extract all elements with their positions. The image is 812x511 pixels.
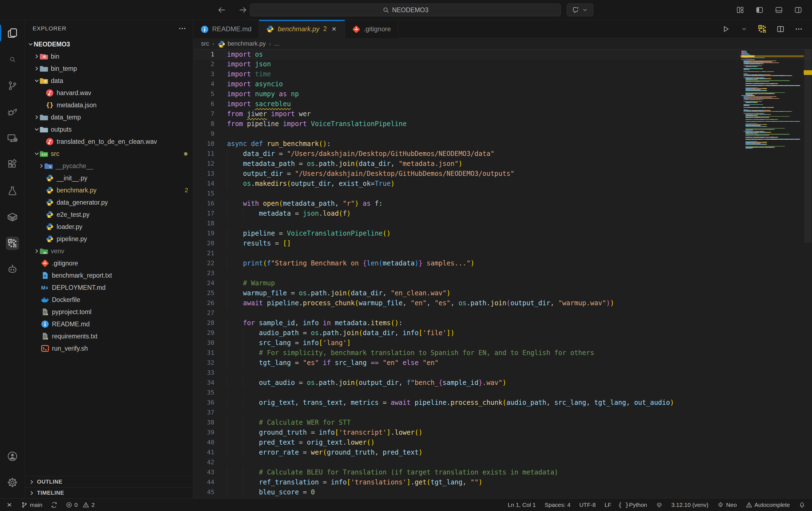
scrollbar[interactable] — [804, 49, 812, 498]
tree-item[interactable]: harvard.wav — [25, 87, 193, 99]
tree-item[interactable]: bin_temp — [25, 62, 193, 75]
run-dropdown-icon[interactable] — [739, 24, 749, 34]
tree-item[interactable]: pipeline.py — [25, 233, 193, 245]
activity-item-search[interactable] — [0, 46, 25, 73]
tree-item[interactable]: benchmark_report.txt — [25, 269, 193, 281]
tree-item[interactable]: outputs — [25, 123, 193, 135]
tree-item[interactable]: data_temp — [25, 111, 193, 123]
status-problems[interactable]: 02 — [66, 502, 95, 508]
activity-item-accounts[interactable] — [0, 443, 25, 469]
line-number: 30 — [193, 338, 214, 348]
explorer-sidebar: EXPLORER NEODEMO3binbin_tempdataharvard.… — [25, 20, 193, 498]
activity-item-containers[interactable] — [0, 204, 25, 230]
tree-item[interactable]: requirements.txt — [25, 330, 193, 342]
explorer-more-actions-icon[interactable] — [178, 24, 186, 33]
activity-item-settings[interactable] — [0, 469, 25, 495]
run-python-file-icon[interactable] — [721, 24, 731, 34]
status-eol[interactable]: LF — [605, 502, 611, 508]
activity-item-run-debug[interactable] — [0, 99, 25, 125]
status-cursor-position[interactable]: Ln 1, Col 1 — [508, 502, 536, 508]
activity-item-remote-explorer[interactable] — [0, 125, 25, 151]
copilot-button[interactable] — [567, 4, 593, 16]
status-autocomplete-status[interactable]: Autocomplete — [746, 502, 790, 508]
activity-item-custom-extension[interactable] — [0, 230, 25, 256]
status-language-mode[interactable]: { }Python — [620, 502, 647, 508]
tree-item[interactable]: __pycache__ — [25, 160, 193, 172]
activity-item-source-control[interactable] — [0, 73, 25, 99]
tree-item[interactable]: venv — [25, 245, 193, 257]
tab-benchmark.py[interactable]: benchmark.py2× — [259, 20, 345, 38]
chevron-right-icon — [29, 479, 35, 485]
code-line: 23 — [193, 268, 812, 278]
status-python-interpreter[interactable]: 3.12.10 (venv) — [671, 502, 708, 508]
code-line: 20results = [] — [193, 238, 812, 248]
tree-item-label: venv — [51, 247, 64, 255]
close-tab-icon[interactable]: × — [330, 25, 337, 33]
line-number: 28 — [193, 318, 214, 328]
more-actions-icon[interactable] — [794, 24, 804, 34]
status-text: 2 — [91, 502, 95, 508]
tree-item[interactable]: README.md — [25, 318, 193, 330]
breadcrumb-item[interactable]: benchmark.py — [228, 40, 266, 47]
activity-item-testing[interactable] — [0, 178, 25, 204]
line-number: 15 — [193, 189, 214, 198]
code-editor[interactable]: 1import os2import json3import time4impor… — [193, 49, 812, 498]
command-center-search[interactable]: NEODEMO3 — [250, 4, 561, 16]
tab-.gitignore[interactable]: .gitignore — [345, 20, 399, 38]
status-neo-extension[interactable]: Neo — [717, 502, 737, 508]
breadcrumb-item[interactable]: src — [201, 40, 209, 47]
activity-item-extensions[interactable] — [0, 151, 25, 178]
tree-root-folder[interactable]: NEODEMO3 — [25, 38, 193, 50]
status-indentation[interactable]: Spaces: 4 — [545, 502, 570, 508]
tree-item[interactable]: benchmark.py2 — [25, 184, 193, 196]
docker-icon — [41, 296, 49, 304]
status-sync-changes[interactable] — [51, 502, 57, 508]
tree-item[interactable]: pyproject.toml — [25, 306, 193, 318]
tab-README.md[interactable]: README.md — [193, 20, 259, 38]
code-line: 19pipeline = VoiceTranslationPipeline() — [193, 228, 812, 238]
sidebar-section-outline[interactable]: OUTLINE — [25, 476, 193, 487]
python-icon — [266, 25, 274, 33]
split-editor-icon[interactable] — [776, 24, 785, 34]
tree-item[interactable]: loader.py — [25, 221, 193, 233]
editor-group: README.mdbenchmark.py2×.gitignore src›be… — [193, 20, 812, 498]
line-number: 40 — [193, 437, 214, 448]
tree-item[interactable]: translated_en_to_de_en_clean.wav — [25, 135, 193, 147]
tree-item[interactable]: e2e_test.py — [25, 209, 193, 221]
activity-item-explorer[interactable] — [0, 20, 25, 46]
status-encoding[interactable]: UTF-8 — [579, 502, 596, 508]
breadcrumb-item[interactable]: ... — [274, 40, 279, 47]
status-copilot-status[interactable] — [656, 502, 663, 508]
tree-item[interactable]: run_verify.sh — [25, 342, 193, 354]
tree-item[interactable]: .gitignore — [25, 257, 193, 269]
robot-sm-icon — [717, 502, 724, 508]
customize-layout-icon[interactable] — [734, 4, 746, 16]
tree-item[interactable]: data_generator.py — [25, 196, 193, 209]
status-notifications[interactable] — [799, 502, 805, 508]
tree-item[interactable]: bin — [25, 50, 193, 62]
forward-arrow-icon[interactable] — [237, 4, 249, 16]
line-number: 1 — [193, 50, 214, 59]
tree-item[interactable]: MDEPLOYMENT.md — [25, 281, 193, 294]
tree-item-label: e2e_test.py — [57, 211, 89, 218]
tree-item[interactable]: </>src — [25, 147, 193, 160]
toggle-panel-icon[interactable] — [773, 4, 785, 16]
tree-item[interactable]: data — [25, 75, 193, 87]
breadcrumb-separator: › — [269, 41, 271, 47]
sidebar-section-timeline[interactable]: TIMELINE — [25, 487, 193, 498]
tree-item[interactable]: Dockerfile — [25, 294, 193, 306]
code-line: 10async def run_benchmark(): — [193, 139, 812, 149]
toggle-sidebar-left-icon[interactable] — [753, 4, 765, 16]
back-arrow-icon[interactable] — [215, 4, 228, 16]
code-line: 24# Warmup — [193, 278, 812, 288]
code-line: 32tgt_lang = "es" if src_lang == "en" el… — [193, 358, 812, 368]
status-remote-indicator[interactable] — [6, 502, 13, 508]
activity-item-chat-agent[interactable] — [0, 256, 25, 283]
breadcrumb: src›benchmark.py›... — [193, 38, 812, 49]
tree-item[interactable]: {}metadata.json — [25, 99, 193, 111]
toggle-sidebar-right-icon[interactable] — [792, 4, 804, 16]
minimap[interactable] — [740, 49, 804, 498]
status-git-branch[interactable]: main — [21, 502, 42, 508]
custom-extension-action-icon[interactable] — [757, 24, 767, 34]
tree-item[interactable]: __init__.py — [25, 172, 193, 184]
